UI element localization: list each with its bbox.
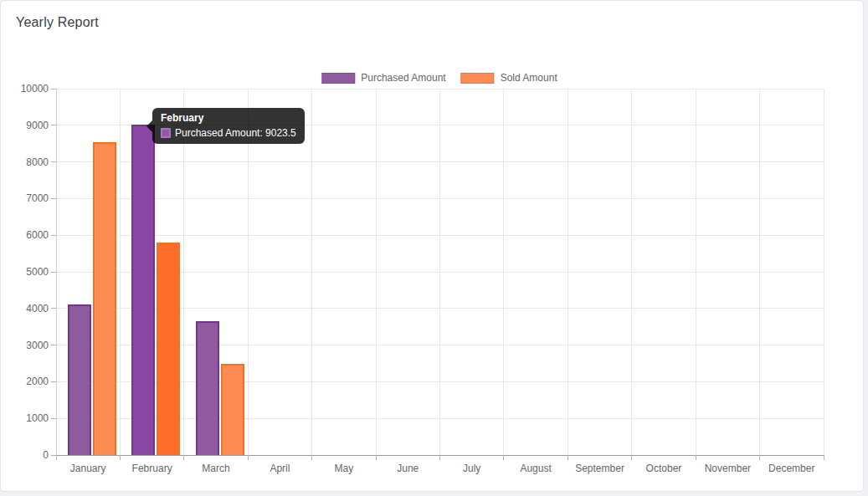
x-axis-label-september: September [575, 463, 624, 474]
x-axis-tick [183, 455, 184, 460]
x-axis-tick [248, 455, 249, 460]
y-axis-tick-label: 2000 [1, 376, 49, 387]
x-axis-tick [439, 455, 440, 460]
x-gridline [631, 89, 632, 455]
tooltip-text: Purchased Amount: 9023.5 [175, 127, 296, 139]
y-axis-tick-label: 10000 [1, 83, 49, 95]
tooltip-caret-icon [146, 120, 152, 132]
x-gridline [120, 89, 121, 455]
y-axis-tick-label: 1000 [1, 412, 49, 424]
x-axis-tick [824, 455, 824, 460]
x-axis-tick [568, 455, 568, 460]
x-axis-tick [311, 455, 312, 460]
x-gridline [503, 89, 504, 455]
tooltip-series-swatch-icon [161, 128, 171, 138]
bar-sold-amount-february[interactable] [157, 243, 180, 455]
bar-purchased-amount-february[interactable] [131, 125, 155, 455]
tooltip-row: Purchased Amount: 9023.5 [161, 127, 296, 139]
y-axis-tick-label: 6000 [1, 229, 49, 241]
x-gridline [376, 89, 377, 455]
yearly-report-bar-chart: 0100020003000400050006000700080009000100… [1, 1, 865, 493]
x-gridline [439, 89, 440, 455]
bar-purchased-amount-march[interactable] [196, 321, 219, 455]
x-axis-tick [696, 455, 696, 460]
x-axis-tick [759, 455, 760, 460]
x-axis-tick [376, 455, 377, 460]
yearly-report-card: Yearly Report Purchased AmountSold Amoun… [0, 0, 864, 492]
y-axis-tick-label: 4000 [1, 303, 49, 314]
x-axis-label-november: November [705, 463, 751, 474]
bar-sold-amount-january[interactable] [93, 142, 116, 455]
tooltip-title: February [161, 112, 296, 124]
x-axis-tick [631, 455, 632, 460]
y-axis-tick-label: 0 [1, 449, 49, 461]
y-axis-line [56, 89, 57, 455]
x-axis-tick [56, 455, 57, 460]
y-axis-tick-label: 7000 [1, 192, 49, 204]
y-axis-tick-label: 9000 [1, 120, 49, 131]
y-axis-tick-label: 3000 [1, 340, 49, 351]
x-gridline [824, 89, 824, 455]
x-axis-label-may: May [335, 463, 354, 474]
x-axis-tick [503, 455, 504, 460]
bar-purchased-amount-january[interactable] [68, 304, 91, 455]
x-axis-label-january: January [70, 463, 106, 474]
x-gridline [311, 89, 312, 455]
x-gridline [568, 89, 568, 455]
bar-sold-amount-march[interactable] [221, 364, 244, 456]
x-axis-tick [120, 455, 121, 460]
x-axis-label-april: April [270, 463, 290, 474]
chart-tooltip: February Purchased Amount: 9023.5 [152, 108, 305, 144]
x-axis-label-february: February [132, 463, 172, 474]
x-axis-label-october: October [646, 463, 682, 474]
x-axis-label-july: July [463, 463, 480, 474]
y-axis-tick-label: 8000 [1, 156, 49, 168]
x-axis-label-march: March [202, 463, 229, 474]
x-gridline [696, 89, 696, 455]
x-gridline [759, 89, 760, 455]
x-axis-label-june: June [397, 463, 419, 474]
x-axis-label-december: December [768, 463, 814, 474]
x-axis-label-august: August [520, 463, 551, 474]
y-axis-tick-label: 5000 [1, 266, 49, 278]
